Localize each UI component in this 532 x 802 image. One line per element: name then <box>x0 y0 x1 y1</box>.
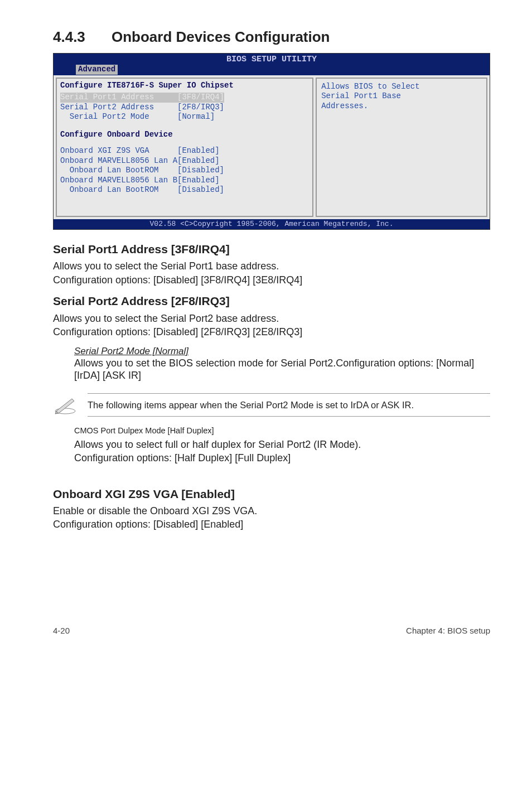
bios-value: [Enabled] <box>177 146 220 156</box>
bios-tab-advanced: Advanced <box>76 65 118 75</box>
bios-value: [Disabled] <box>177 185 224 195</box>
serial-port2-mode-block: Serial Port2 Mode [Normal] Allows you to… <box>74 345 490 382</box>
page-number: 4-20 <box>53 626 70 636</box>
chapter-label: Chapter 4: BIOS setup <box>406 626 490 636</box>
bios-label: Serial Port1 Address <box>60 93 177 103</box>
bios-row: Onboard MARVELL8056 Lan B[Enabled] <box>60 176 309 186</box>
body-text: Enable or disable the Onboard XGI Z9S VG… <box>53 505 490 518</box>
spacer <box>60 142 309 146</box>
body-text: Configuration options: [Disabled] [Enabl… <box>53 518 490 531</box>
note-text-wrap: The following items appear when the Seri… <box>88 393 490 417</box>
bios-label: Serial Port2 Mode <box>60 112 177 122</box>
note-row: The following items appear when the Seri… <box>53 393 490 417</box>
bios-value: [Enabled] <box>177 176 220 186</box>
bios-section-header: Configure Onboard Device <box>60 130 309 140</box>
body-text: Configuration options: [Disabled] [2F8/I… <box>53 326 490 339</box>
bios-row: Serial Port1 Address[3F8/IRQ4] <box>60 93 309 103</box>
bios-value: [Normal] <box>177 112 215 122</box>
section-title: Onboard Devices Configuration <box>112 28 330 45</box>
note-text: The following items appear when the Seri… <box>88 399 490 411</box>
cmos-heading: CMOS Port Dulpex Mode [Half Duplex] <box>74 426 490 436</box>
body-text: Allows you to select the Serial Port1 ba… <box>53 260 490 273</box>
bios-right-pane: Allows BIOS to Select Serial Port1 Base … <box>316 78 487 217</box>
bios-label: Onboard Lan BootROM <box>60 166 177 176</box>
bios-tab-row: Advanced <box>54 65 490 75</box>
xgi-heading: Onboard XGI Z9S VGA [Enabled] <box>53 487 490 501</box>
bios-row: Serial Port2 Address[2F8/IRQ3] <box>60 103 309 113</box>
serial-port2-heading: Serial Port2 Address [2F8/IRQ3] <box>53 294 490 308</box>
bios-help-text: Allows BIOS to Select Serial Port1 Base … <box>321 82 482 112</box>
bios-label: Onboard MARVELL8056 Lan B <box>60 176 177 186</box>
serial-port1-heading: Serial Port1 Address [3F8/IRQ4] <box>53 242 490 257</box>
spacer <box>60 122 309 130</box>
section-number: 4.4.3 <box>53 28 112 46</box>
bios-label: Onboard Lan BootROM <box>60 185 177 195</box>
bios-label: Onboard XGI Z9S VGA <box>60 146 177 156</box>
svg-marker-1 <box>56 399 74 413</box>
bios-screenshot: BIOS SETUP UTILITY Advanced Configure IT… <box>53 53 490 230</box>
bios-row: Onboard MARVELL8056 Lan A[Enabled] <box>60 156 309 166</box>
bios-label: Onboard MARVELL8056 Lan A <box>60 156 177 166</box>
bios-value: [Enabled] <box>177 156 220 166</box>
body-text: Configuration options: [Half Duplex] [Fu… <box>74 452 490 465</box>
bios-left-pane: Configure ITE8716F-S Super IO Chipset Se… <box>56 78 313 217</box>
serial-port2-mode-heading: Serial Port2 Mode [Normal] <box>74 345 490 357</box>
bios-body: Configure ITE8716F-S Super IO Chipset Se… <box>54 75 490 219</box>
section-heading: 4.4.3Onboard Devices Configuration <box>53 28 490 46</box>
bios-value: [Disabled] <box>177 166 224 176</box>
bios-label: Serial Port2 Address <box>60 103 177 113</box>
bios-row: Serial Port2 Mode[Normal] <box>60 112 309 122</box>
body-text: Allows you to select the Serial Port2 ba… <box>53 312 490 325</box>
bios-row: Onboard Lan BootROM[Disabled] <box>60 166 309 176</box>
bios-value: [2F8/IRQ3] <box>177 103 224 113</box>
bios-row: Onboard Lan BootROM[Disabled] <box>60 185 309 195</box>
bios-row: Onboard XGI Z9S VGA[Enabled] <box>60 146 309 156</box>
bios-footer: V02.58 <C>Copyright 1985-2006, American … <box>54 219 490 229</box>
cmos-block: Allows you to select full or half duplex… <box>74 438 490 465</box>
page-footer: 4-20 Chapter 4: BIOS setup <box>53 626 490 636</box>
pencil-icon <box>53 395 78 414</box>
bios-title: BIOS SETUP UTILITY <box>54 54 490 65</box>
body-text: Allows you to select full or half duplex… <box>74 438 490 451</box>
body-text: Allows you to set the BIOS selection mod… <box>74 357 490 382</box>
bios-section-header: Configure ITE8716F-S Super IO Chipset <box>60 81 309 91</box>
bios-value: [3F8/IRQ4] <box>177 93 224 103</box>
body-text: Configuration options: [Disabled] [3F8/I… <box>53 274 490 287</box>
